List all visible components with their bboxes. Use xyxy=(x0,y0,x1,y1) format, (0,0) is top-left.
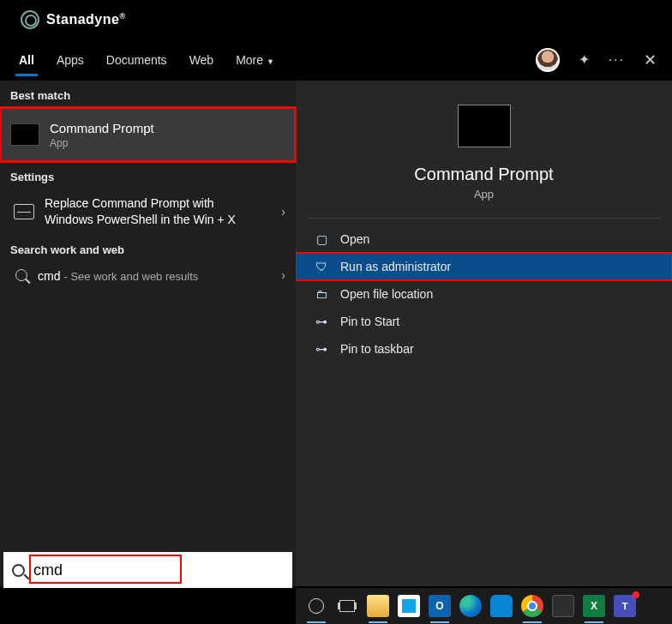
settings-window-icon xyxy=(14,204,34,219)
result-subtitle: App xyxy=(50,137,154,149)
taskbar-onedrive-icon[interactable] xyxy=(489,593,514,619)
chevron-right-icon: › xyxy=(281,268,285,282)
search-bar[interactable] xyxy=(3,552,292,588)
taskbar-store-icon[interactable] xyxy=(396,593,422,619)
settings-heading: Settings xyxy=(0,162,296,189)
result-title: Command Prompt xyxy=(50,121,154,135)
more-options-icon[interactable]: ··· xyxy=(609,52,625,68)
search-icon xyxy=(12,564,25,577)
action-run-as-administrator[interactable]: 🛡 Run as administrator xyxy=(296,253,672,280)
command-prompt-icon xyxy=(10,123,39,146)
settings-item-title: Replace Command Prompt with Windows Powe… xyxy=(45,195,250,228)
taskbar-file-explorer-icon[interactable] xyxy=(365,593,391,619)
action-pin-to-taskbar[interactable]: ⊶ Pin to taskbar xyxy=(296,335,672,363)
taskbar-files-icon[interactable] xyxy=(550,593,576,619)
search-web-heading: Search work and web xyxy=(0,235,296,261)
search-input[interactable] xyxy=(33,561,284,579)
action-pin-to-start[interactable]: ⊶ Pin to Start xyxy=(296,308,672,335)
detail-subtitle: App xyxy=(296,188,672,201)
taskbar-outlook-icon[interactable]: O xyxy=(427,593,453,619)
tab-all[interactable]: All xyxy=(15,45,38,75)
tab-more[interactable]: More▼ xyxy=(232,45,278,75)
close-icon[interactable]: ✕ xyxy=(644,51,657,69)
best-match-result[interactable]: Command Prompt App xyxy=(0,107,296,162)
tab-web[interactable]: Web xyxy=(186,45,218,75)
shield-icon: 🛡 xyxy=(315,260,328,273)
taskbar-cortana-icon[interactable] xyxy=(303,593,329,619)
web-result[interactable]: cmd - See work and web results › xyxy=(0,261,296,290)
brand-bar: Stanadyne® xyxy=(0,0,672,39)
folder-icon: 🗀 xyxy=(315,287,328,301)
command-prompt-large-icon xyxy=(458,105,511,147)
results-list: Best match Command Prompt App Settings R… xyxy=(0,81,296,586)
detail-title: Command Prompt xyxy=(296,165,672,184)
web-hint: - See work and web results xyxy=(63,270,198,283)
web-term: cmd xyxy=(38,269,60,283)
search-results-panel: Best match Command Prompt App Settings R… xyxy=(0,81,672,586)
tab-apps[interactable]: Apps xyxy=(53,45,87,75)
tabs: All Apps Documents Web More▼ xyxy=(15,45,278,75)
taskbar-edge-icon[interactable] xyxy=(458,593,483,619)
chevron-right-icon: › xyxy=(281,205,285,219)
best-match-heading: Best match xyxy=(0,81,296,107)
result-detail-pane: Command Prompt App ▢ Open 🛡 Run as admin… xyxy=(296,81,672,586)
separator xyxy=(308,218,660,219)
search-tabs-bar: All Apps Documents Web More▼ ✦ ··· ✕ xyxy=(0,39,672,81)
action-list: ▢ Open 🛡 Run as administrator 🗀 Open fil… xyxy=(296,222,672,366)
brand-name: Stanadyne® xyxy=(46,12,126,27)
settings-result[interactable]: Replace Command Prompt with Windows Powe… xyxy=(0,189,296,235)
taskbar-excel-icon[interactable]: X xyxy=(581,593,607,619)
tab-documents[interactable]: Documents xyxy=(103,45,171,75)
taskbar-taskview-icon[interactable] xyxy=(334,593,360,619)
chevron-down-icon: ▼ xyxy=(267,57,274,66)
user-avatar[interactable] xyxy=(536,48,560,72)
taskbar-teams-icon[interactable]: T xyxy=(612,593,638,619)
pin-icon: ⊶ xyxy=(315,315,328,328)
taskbar-chrome-icon[interactable] xyxy=(519,593,545,619)
action-open[interactable]: ▢ Open xyxy=(296,225,672,253)
open-icon: ▢ xyxy=(315,232,328,246)
reward-icon[interactable]: ✦ xyxy=(579,51,590,68)
taskbar: O X T xyxy=(0,588,672,624)
action-open-file-location[interactable]: 🗀 Open file location xyxy=(296,280,672,308)
search-icon xyxy=(15,269,27,281)
brand-logo-icon xyxy=(21,10,39,29)
pin-icon: ⊶ xyxy=(315,342,328,356)
